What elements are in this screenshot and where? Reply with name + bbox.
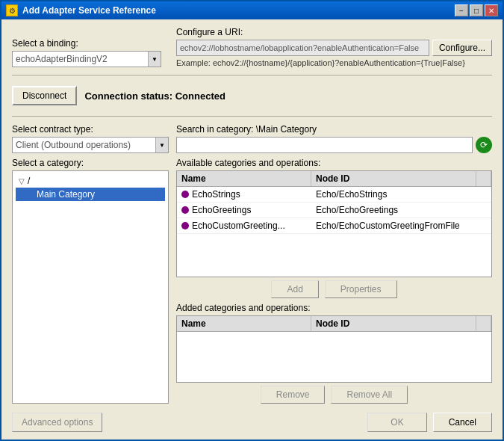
op-icon-2: [181, 206, 189, 214]
ops-col-extra: [476, 171, 491, 186]
operations-label: Available categories and operations:: [176, 158, 492, 168]
op-icon-3: [181, 222, 189, 229]
contract-section: Select contract type: Client (Outbound o…: [12, 124, 169, 153]
operations-table: Name Node ID EchoStrings Echo/EchoString…: [176, 170, 492, 277]
operations-table-header: Name Node ID: [177, 171, 491, 187]
uri-section: Configure a URI: Configure... Example: e…: [176, 27, 492, 67]
maximize-button[interactable]: □: [470, 4, 483, 16]
uri-input-row: Configure...: [176, 40, 492, 56]
top-row: Select a binding: echoAdapterBindingV2 ▼…: [12, 27, 492, 67]
ops-row-1-nodeid: Echo/EchoStrings: [311, 187, 491, 202]
close-button[interactable]: ✕: [485, 4, 498, 16]
uri-example: Example: echov2://{hostname}/{applicatio…: [176, 58, 492, 67]
window-icon: ⚙: [6, 4, 18, 16]
binding-section: Select a binding: echoAdapterBindingV2 ▼: [12, 38, 161, 67]
contract-select-wrapper: Client (Outbound operations) ▼: [12, 137, 169, 153]
footer-row: Advanced options OK Cancel: [12, 408, 492, 432]
divider-1: [12, 75, 492, 75]
divider-2: [12, 116, 492, 117]
title-bar-left: ⚙ Add Adapter Service Reference: [6, 4, 156, 16]
tree-item-root[interactable]: ▽ /: [16, 174, 165, 188]
ok-button[interactable]: OK: [367, 413, 426, 432]
added-col-nodeid: Node ID: [311, 316, 476, 331]
cancel-button[interactable]: Cancel: [433, 413, 492, 432]
main-window: ⚙ Add Adapter Service Reference − □ ✕ Se…: [0, 0, 504, 441]
window-content: Select a binding: echoAdapterBindingV2 ▼…: [1, 19, 503, 440]
added-section: Added categories and operations: Name No…: [176, 303, 492, 404]
uri-label: Configure a URI:: [176, 27, 492, 37]
configure-button[interactable]: Configure...: [432, 40, 492, 56]
added-col-extra: [476, 316, 491, 331]
uri-input[interactable]: [176, 40, 429, 56]
title-bar-controls: − □ ✕: [455, 4, 498, 16]
ops-row-3[interactable]: EchoCustomGreeting... Echo/EchoCustomGre…: [177, 218, 491, 234]
minimize-button[interactable]: −: [455, 4, 468, 16]
connection-status-label: Connection status: Connected: [84, 90, 225, 102]
ops-row-1[interactable]: EchoStrings Echo/EchoStrings: [177, 187, 491, 203]
ops-row-2-name: EchoGreetings: [177, 203, 311, 218]
tree-main-category-label: Main Category: [37, 189, 95, 200]
ops-row-3-name: EchoCustomGreeting...: [177, 218, 311, 233]
added-col-name: Name: [177, 316, 311, 331]
ops-row-1-name: EchoStrings: [177, 187, 311, 202]
remove-button[interactable]: Remove: [261, 386, 326, 404]
connection-status-value: Connected: [175, 90, 225, 102]
ops-row-2-nodeid: Echo/EchoGreetings: [311, 203, 491, 218]
footer-left: Advanced options: [12, 413, 102, 432]
tree-expand-icon: ▽: [19, 177, 25, 185]
middle-row: Select contract type: Client (Outbound o…: [12, 124, 492, 153]
added-label: Added categories and operations:: [176, 303, 492, 313]
category-tree: ▽ / Main Category: [12, 170, 169, 404]
ops-col-name: Name: [177, 171, 311, 186]
connection-status-prefix: Connection status:: [84, 90, 172, 102]
contract-label: Select contract type:: [12, 124, 169, 135]
op-icon-1: [181, 191, 189, 198]
disconnect-button[interactable]: Disconnect: [12, 86, 77, 105]
added-table: Name Node ID: [176, 315, 492, 383]
tree-root-label: /: [28, 176, 30, 186]
ops-col-nodeid: Node ID: [311, 171, 476, 186]
properties-button[interactable]: Properties: [325, 280, 397, 298]
ops-btn-row: Add Properties: [176, 280, 492, 298]
remove-all-button[interactable]: Remove All: [331, 386, 408, 404]
binding-select-wrapper: echoAdapterBindingV2 ▼: [12, 51, 161, 67]
operations-section: Available categories and operations: Nam…: [176, 158, 492, 404]
window-title: Add Adapter Service Reference: [22, 5, 156, 16]
lower-row: Select a category: ▽ / Main Category Ava…: [12, 158, 492, 404]
footer-right: OK Cancel: [367, 413, 492, 432]
search-section: Search in category: \Main Category ⟳: [176, 124, 492, 153]
tree-item-main-category[interactable]: Main Category: [16, 188, 165, 201]
remove-btn-row: Remove Remove All: [176, 386, 492, 404]
connection-row: Disconnect Connection status: Connected: [12, 83, 492, 108]
added-table-header: Name Node ID: [177, 316, 491, 332]
ops-row-2[interactable]: EchoGreetings Echo/EchoGreetings: [177, 203, 491, 218]
category-section: Select a category: ▽ / Main Category: [12, 158, 169, 404]
category-label: Select a category:: [12, 158, 169, 168]
search-input-row: ⟳: [176, 137, 492, 153]
title-bar: ⚙ Add Adapter Service Reference − □ ✕: [1, 1, 503, 19]
ops-row-3-nodeid: Echo/EchoCustomGreetingFromFile: [311, 218, 491, 233]
refresh-icon: ⟳: [480, 140, 488, 150]
search-button[interactable]: ⟳: [476, 137, 492, 153]
search-input[interactable]: [176, 137, 473, 153]
search-label: Search in category: \Main Category: [176, 124, 492, 135]
add-button[interactable]: Add: [271, 280, 318, 298]
advanced-options-button[interactable]: Advanced options: [12, 413, 102, 432]
binding-select[interactable]: echoAdapterBindingV2: [12, 51, 161, 67]
binding-label: Select a binding:: [12, 38, 161, 49]
contract-select[interactable]: Client (Outbound operations): [12, 137, 169, 153]
